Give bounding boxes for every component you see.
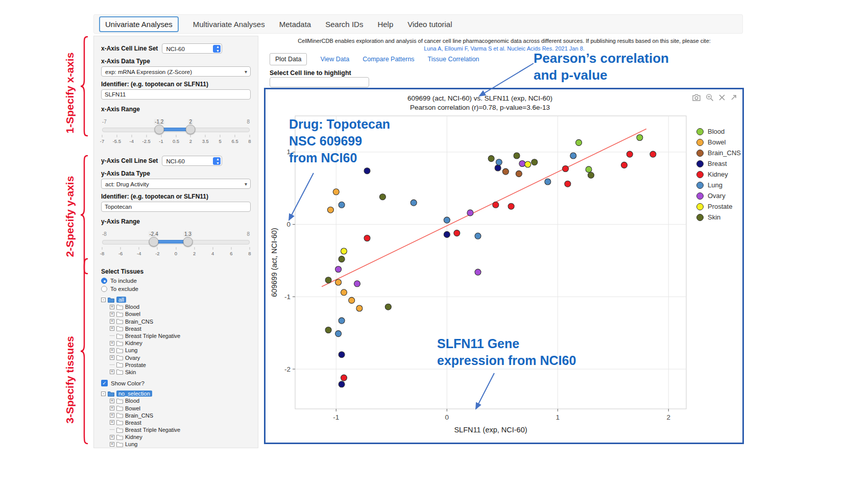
data-point-bowel[interactable] — [356, 305, 363, 311]
data-point-lung[interactable] — [545, 179, 551, 185]
x-identifier-input[interactable] — [101, 89, 251, 100]
data-point-skin[interactable] — [588, 172, 594, 178]
slider-handle[interactable] — [154, 125, 164, 134]
data-point-lung[interactable] — [570, 153, 576, 159]
highlight-cell-line-input[interactable] — [270, 77, 369, 87]
expand-icon[interactable]: + — [110, 442, 114, 447]
data-point-skin[interactable] — [532, 159, 538, 165]
data-point-kidney[interactable] — [565, 181, 571, 187]
data-point-kidney[interactable] — [508, 203, 514, 209]
radio-selected-icon[interactable] — [101, 278, 107, 284]
data-point-ovary[interactable] — [475, 269, 481, 275]
data-point-skin[interactable] — [385, 304, 391, 310]
nav-multivariate-analyses[interactable]: Multivariate Analyses — [193, 20, 265, 29]
data-point-ovary[interactable] — [467, 210, 473, 216]
zoom-in-icon[interactable] — [706, 93, 714, 102]
data-point-skin[interactable] — [325, 327, 331, 333]
data-point-lung[interactable] — [339, 318, 345, 324]
data-point-kidney[interactable] — [493, 202, 499, 208]
slider-handle[interactable] — [186, 125, 196, 134]
data-point-kidney[interactable] — [650, 151, 656, 157]
data-point-brain-cns[interactable] — [516, 170, 522, 177]
expand-icon[interactable]: + — [110, 413, 114, 418]
tree-item-kidney[interactable]: +Kidney — [101, 433, 251, 441]
data-point-brain-cns[interactable] — [502, 168, 509, 175]
reset-axes-icon[interactable] — [730, 94, 737, 101]
data-point-skin[interactable] — [514, 153, 520, 159]
tree-item-breast-triple-negative[interactable]: Breast Triple Negative — [101, 426, 251, 433]
data-point-lung[interactable] — [475, 233, 481, 239]
tree-root-no-selection[interactable]: -no_selection — [101, 390, 251, 397]
radio-to-exclude[interactable]: To exclude — [101, 285, 251, 293]
tab-view-data[interactable]: View Data — [320, 56, 349, 63]
expand-icon[interactable]: + — [110, 326, 114, 331]
data-point-kidney[interactable] — [621, 162, 628, 168]
data-point-kidney[interactable] — [341, 375, 347, 381]
data-point-ovary[interactable] — [519, 161, 525, 167]
legend-item-breast[interactable]: Breast — [696, 158, 741, 169]
tree-item-ovary[interactable]: +Ovary — [101, 354, 251, 361]
x-cell-line-select[interactable]: NCI-60▲▼ — [162, 43, 222, 54]
radio-unselected-icon[interactable] — [101, 286, 107, 292]
tree-item-lung[interactable]: +Lung — [101, 347, 251, 354]
tree-item-prostate[interactable]: Prostate — [101, 361, 251, 369]
data-point-lung[interactable] — [496, 159, 502, 165]
data-point-skin[interactable] — [488, 156, 494, 162]
expand-icon[interactable]: + — [110, 420, 114, 425]
data-point-prostate[interactable] — [341, 248, 347, 254]
radio-to-include[interactable]: To include — [101, 277, 251, 285]
expand-icon[interactable]: + — [110, 312, 114, 316]
tree-item-breast[interactable]: +Breast — [101, 325, 251, 332]
tree-item-brain-cns[interactable]: +Brain_CNS — [101, 412, 251, 419]
y-cell-line-select[interactable]: NCI-60▲▼ — [162, 156, 222, 166]
x-data-type-select[interactable]: exp: mRNA Expression (Z-Score) — [101, 66, 251, 77]
nav-metadata[interactable]: Metadata — [279, 20, 311, 29]
tree-item-bowel[interactable]: +Bowel — [101, 310, 251, 318]
tree-item-blood[interactable]: +Blood — [101, 397, 251, 404]
expand-icon[interactable]: + — [110, 406, 114, 410]
data-point-kidney[interactable] — [364, 235, 370, 241]
tree-item-lung[interactable]: +Lung — [101, 441, 251, 448]
legend-item-kidney[interactable]: Kidney — [696, 169, 741, 180]
data-point-bowel[interactable] — [335, 279, 342, 285]
tree-item-skin[interactable]: +Skin — [101, 369, 251, 376]
citation-link[interactable]: Luna A, Elloumi F, Varma S et al. Nuclei… — [266, 45, 743, 52]
data-point-lung[interactable] — [444, 217, 450, 223]
x-range-slider[interactable]: -78-1.22-7-5.5-4-2.5-10.523.556.58 — [102, 121, 250, 149]
expand-icon[interactable]: + — [110, 399, 114, 403]
legend-item-ovary[interactable]: Ovary — [696, 190, 741, 201]
data-point-breast[interactable] — [364, 168, 370, 174]
nav-help[interactable]: Help — [377, 20, 393, 29]
expand-icon[interactable]: + — [110, 341, 114, 346]
nav-univariate-analyses[interactable]: Univariate Analyses — [99, 16, 179, 32]
tree-item-kidney[interactable]: +Kidney — [101, 339, 251, 347]
legend-item-blood[interactable]: Blood — [696, 126, 741, 137]
tree-item-blood[interactable]: +Blood — [101, 303, 251, 310]
tab-compare-patterns[interactable]: Compare Patterns — [363, 56, 414, 63]
data-point-skin[interactable] — [379, 194, 385, 200]
expand-icon[interactable]: + — [110, 435, 114, 440]
legend-item-skin[interactable]: Skin — [696, 212, 741, 223]
expand-icon[interactable]: + — [110, 370, 114, 374]
tree-item-brain-cns[interactable]: +Brain_CNS — [101, 318, 251, 325]
data-point-prostate[interactable] — [525, 161, 531, 167]
data-point-bowel[interactable] — [327, 207, 333, 213]
collapse-icon[interactable]: - — [101, 298, 106, 302]
data-point-lung[interactable] — [411, 200, 417, 206]
data-point-lung[interactable] — [335, 331, 342, 337]
legend-item-brain-cns[interactable]: Brain_CNS — [696, 148, 741, 158]
data-point-skin[interactable] — [325, 277, 331, 283]
data-point-bowel[interactable] — [341, 289, 347, 296]
data-point-breast[interactable] — [339, 381, 345, 387]
data-point-blood[interactable] — [637, 135, 643, 141]
data-point-ovary[interactable] — [335, 266, 342, 273]
expand-icon[interactable]: + — [110, 305, 114, 309]
pan-icon[interactable] — [718, 94, 726, 101]
show-color-checkbox-row[interactable]: ✓ Show Color? — [101, 379, 251, 387]
tree-root-all[interactable]: -all — [101, 296, 251, 303]
data-point-bowel[interactable] — [333, 189, 339, 195]
data-point-skin[interactable] — [339, 256, 345, 262]
nav-video-tutorial[interactable]: Video tutorial — [407, 20, 452, 29]
data-point-breast[interactable] — [339, 352, 345, 358]
tree-item-breast-triple-negative[interactable]: Breast Triple Negative — [101, 332, 251, 339]
